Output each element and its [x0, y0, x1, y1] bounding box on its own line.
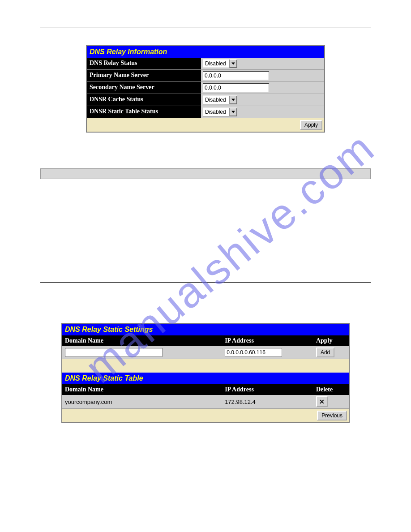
row-secondary-server: Secondary Name Server	[87, 82, 324, 94]
select-cache-status-value: Disabled	[203, 96, 230, 104]
panel2-input-row: Add	[62, 346, 349, 359]
table-row: yourcompany.com 172.98.12.4 ✕	[62, 395, 349, 409]
dns-relay-static-panel: DNS Relay Static Settings Domain Name IP…	[61, 323, 350, 423]
label-secondary-server: Secondary Name Server	[87, 82, 201, 94]
add-button[interactable]: Add	[316, 348, 334, 357]
input-primary-server[interactable]	[203, 71, 269, 80]
header-domain-name-2: Domain Name	[62, 384, 222, 395]
header-domain-name: Domain Name	[62, 335, 222, 346]
row-primary-server: Primary Name Server	[87, 70, 324, 82]
gray-section-bar	[40, 168, 371, 179]
panel3-title: DNS Relay Static Table	[62, 373, 349, 384]
label-static-table-status: DNSR Static Table Status	[87, 106, 201, 118]
row-relay-status: DNS Relay Status Disabled	[87, 58, 324, 70]
panel2-headers: Domain Name IP Address Apply	[62, 335, 349, 346]
panel3-headers: Domain Name IP Address Delete	[62, 384, 349, 395]
select-cache-status[interactable]: Disabled	[203, 95, 237, 104]
input-ip-address[interactable]	[225, 348, 282, 357]
chevron-down-icon	[230, 60, 237, 68]
previous-button[interactable]: Previous	[317, 411, 347, 420]
label-cache-status: DNSR Cache Status	[87, 94, 201, 106]
close-icon: ✕	[319, 398, 325, 405]
header-apply: Apply	[313, 335, 349, 346]
label-relay-status: DNS Relay Status	[87, 58, 201, 69]
input-secondary-server[interactable]	[203, 83, 269, 92]
chevron-down-icon	[230, 108, 237, 116]
header-ip-address: IP Address	[222, 335, 313, 346]
select-static-table-status-value: Disabled	[203, 108, 230, 116]
panel3-footer: Previous	[62, 409, 349, 422]
input-domain-name[interactable]	[65, 348, 163, 357]
cell-ip: 172.98.12.4	[222, 395, 313, 408]
panel1-title: DNS Relay Information	[87, 46, 324, 58]
label-primary-server: Primary Name Server	[87, 70, 201, 82]
header-ip-address-2: IP Address	[222, 384, 313, 395]
select-static-table-status[interactable]: Disabled	[203, 107, 237, 116]
chevron-down-icon	[230, 96, 237, 104]
row-cache-status: DNSR Cache Status Disabled	[87, 94, 324, 106]
select-relay-status[interactable]: Disabled	[203, 59, 237, 68]
cell-domain: yourcompany.com	[62, 395, 222, 408]
header-delete: Delete	[313, 384, 349, 395]
spacer	[62, 359, 349, 373]
select-relay-status-value: Disabled	[203, 60, 230, 68]
dns-relay-info-panel: DNS Relay Information DNS Relay Status D…	[86, 45, 325, 133]
apply-button[interactable]: Apply	[300, 120, 322, 130]
delete-button[interactable]: ✕	[316, 396, 328, 407]
panel2-title: DNS Relay Static Settings	[62, 324, 349, 335]
panel1-footer: Apply	[87, 118, 324, 132]
row-static-table-status: DNSR Static Table Status Disabled	[87, 106, 324, 118]
